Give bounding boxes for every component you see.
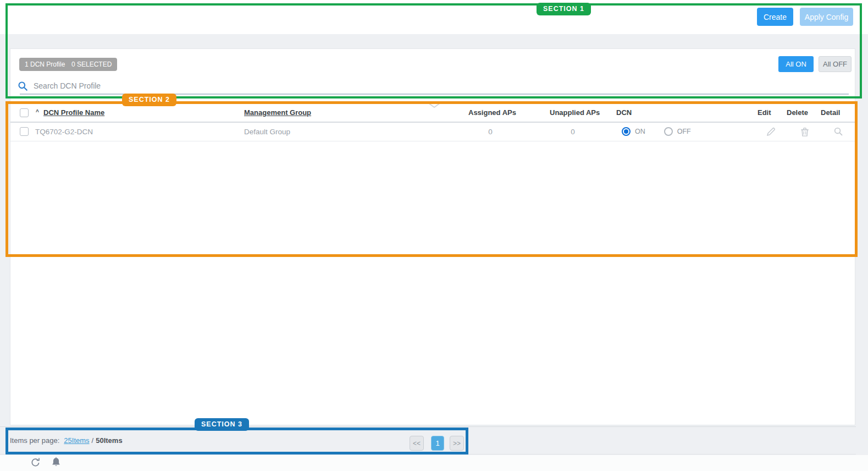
search-icon — [18, 81, 28, 91]
dcn-off-radio[interactable] — [664, 127, 673, 136]
search-bar — [18, 79, 842, 92]
column-header-unapplied-aps: Unapplied APs — [550, 108, 600, 117]
edit-pencil-icon[interactable] — [766, 127, 776, 139]
column-header-edit: Edit — [758, 108, 771, 117]
all-off-button[interactable]: All OFF — [819, 56, 852, 72]
assigned-aps-value: 0 — [468, 128, 512, 136]
pagination-page-1-button[interactable]: 1 — [431, 436, 444, 451]
footer-strip — [0, 455, 868, 471]
notification-bell-icon[interactable] — [51, 457, 62, 470]
detail-magnifier-icon[interactable] — [833, 127, 843, 139]
pagination-prev-button[interactable]: << — [410, 436, 424, 451]
dcn-profile-screen: Create Apply Config 1 DCN Profile 0 SELE… — [0, 0, 868, 471]
dcn-off-label: OFF — [677, 128, 691, 135]
apply-config-button[interactable]: Apply Config — [800, 8, 853, 26]
dcn-profile-name: TQ6702-G2-DCN — [35, 128, 93, 136]
management-group: Default Group — [244, 128, 290, 136]
pagination-bar: Items per page: 25Items / 50Items << 1 >… — [0, 426, 856, 454]
row-checkbox[interactable] — [20, 127, 29, 136]
items-per-page-label: Items per page: — [10, 436, 59, 445]
column-header-dcn: DCN — [616, 108, 632, 117]
profile-count-badge: 1 DCN Profile — [19, 58, 70, 71]
column-header-management-group[interactable]: Management Group — [244, 108, 311, 117]
delete-trash-icon[interactable] — [800, 127, 810, 139]
dcn-on-label: ON — [635, 128, 645, 135]
unapplied-aps-value: 0 — [550, 128, 596, 136]
dcn-on-radio[interactable] — [622, 127, 631, 136]
search-underline — [20, 94, 849, 95]
toolbar: Create Apply Config — [0, 0, 868, 34]
column-header-delete: Delete — [787, 108, 808, 117]
dcn-profile-panel: 1 DCN Profile 0 SELECTED All ON All OFF … — [10, 48, 855, 425]
create-button[interactable]: Create — [757, 8, 793, 26]
table-row: TQ6702-G2-DCN Default Group 0 0 ON OFF — [10, 123, 855, 141]
pagination-next-button[interactable]: >> — [450, 436, 464, 451]
column-header-dcn-profile-name[interactable]: DCN Profile Name — [43, 108, 104, 117]
search-input[interactable] — [34, 81, 803, 90]
column-header-detail: Detail — [821, 108, 840, 117]
select-all-checkbox[interactable] — [20, 108, 29, 117]
dcn-toggle-group: ON OFF — [622, 127, 691, 136]
items-total-label: 50Items — [96, 436, 122, 445]
sort-ascending-icon: ^ — [36, 109, 39, 115]
table-header-row: ^ DCN Profile Name Management Group Assi… — [10, 105, 855, 123]
items-separator: / — [92, 436, 94, 445]
selected-count-badge: 0 SELECTED — [66, 58, 117, 71]
refresh-icon[interactable] — [30, 457, 41, 470]
items-per-page-25-link[interactable]: 25Items — [64, 436, 89, 445]
items-per-page: Items per page: 25Items / 50Items — [10, 427, 123, 454]
column-header-assigned-aps: Assigned APs — [468, 108, 516, 117]
all-on-button[interactable]: All ON — [778, 56, 814, 72]
